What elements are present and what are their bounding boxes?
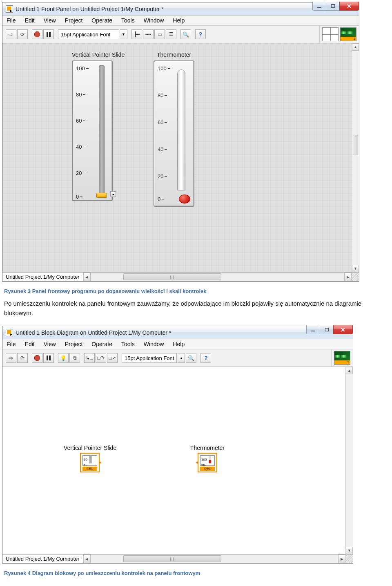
horizontal-scrollbar[interactable]: ||| <box>91 555 338 563</box>
abort-button[interactable] <box>32 29 42 39</box>
slide-tick: 20 <box>76 170 85 176</box>
menu-help[interactable]: Help <box>173 341 185 347</box>
thermo-tick: 40 <box>158 146 167 152</box>
thermometer-indicator[interactable]: Thermometer 100 80 60 40 20 0 <box>154 51 194 207</box>
maximize-button[interactable] <box>326 2 340 11</box>
scroll-thumb[interactable] <box>353 135 358 155</box>
help-button[interactable]: ? <box>200 353 211 363</box>
menu-view[interactable]: View <box>44 17 56 24</box>
figure3-caption: Rysunek 3 Panel frontowy programu po dop… <box>4 288 388 294</box>
menu-project[interactable]: Project <box>65 17 83 24</box>
menu-operate[interactable]: Operate <box>91 17 112 24</box>
menu-window[interactable]: Window <box>144 17 164 24</box>
connector-pane[interactable] <box>322 27 339 41</box>
menu-operate[interactable]: Operate <box>91 341 112 347</box>
font-selector[interactable]: 15pt Application Font <box>122 353 177 363</box>
retain-wire-values-button[interactable]: ⧉ <box>69 353 80 363</box>
step-out-button[interactable]: □↗ <box>107 353 118 363</box>
window-title: Untitled 1 Front Panel on Untitled Proje… <box>16 6 164 12</box>
highlight-execution-button[interactable]: 💡 <box>58 353 69 363</box>
input-terminal-icon[interactable] <box>195 461 198 464</box>
scroll-down-button[interactable]: ▼ <box>352 265 359 272</box>
menu-project[interactable]: Project <box>65 341 83 347</box>
resize-grip[interactable] <box>352 273 359 281</box>
menu-file[interactable]: File <box>7 17 16 24</box>
front-panel-window: Untitled 1 Front Panel on Untitled Proje… <box>2 2 359 282</box>
hscroll-thumb[interactable]: ||| <box>123 555 221 562</box>
maximize-button[interactable] <box>320 325 334 334</box>
slide-track[interactable] <box>99 65 105 196</box>
hscroll-right-button[interactable]: ▶ <box>344 273 352 281</box>
vertical-pointer-slide-control[interactable]: Vertical Pointer Slide 100 80 60 40 20 0… <box>72 51 125 201</box>
vi-icon[interactable]: 1 <box>340 27 356 41</box>
thermo-tick: 60 <box>158 119 167 125</box>
vertical-scrollbar[interactable]: ▲ ▼ <box>352 43 359 272</box>
close-button[interactable]: ✕ <box>333 325 353 334</box>
reorder-button[interactable]: ☰ <box>166 29 176 39</box>
close-button[interactable]: ✕ <box>339 2 359 11</box>
resize-grip[interactable] <box>345 555 353 563</box>
run-button[interactable]: ⇨ <box>6 29 16 39</box>
search-button[interactable]: 🔍 <box>180 29 191 39</box>
thermo-node-label: Thermometer <box>190 445 225 451</box>
help-button[interactable]: ? <box>195 29 206 39</box>
menu-edit[interactable]: Edit <box>25 17 35 24</box>
titlebar[interactable]: Untitled 1 Front Panel on Untitled Proje… <box>2 2 359 16</box>
slide-control-terminal[interactable]: 10- 5- DBL <box>80 453 100 472</box>
hscroll-left-button[interactable]: ◀ <box>83 273 91 281</box>
menu-tools[interactable]: Tools <box>121 17 135 24</box>
menu-window[interactable]: Window <box>144 341 164 347</box>
toolbar: ⇨ ⟳ 💡 ⧉ ↳□ □↷ □↗ 15pt Application Font ◂… <box>2 349 331 367</box>
font-selector[interactable]: 15pt Application Font <box>58 29 119 39</box>
align-button[interactable]: ┣╍ <box>131 29 142 39</box>
vi-corner: 1 <box>331 349 353 367</box>
hscroll-left-button[interactable]: ◀ <box>83 555 91 563</box>
slide-thumb[interactable] <box>96 193 107 198</box>
statusbar: Untitled Project 1/My Computer ◀ ||| ▶ <box>2 554 353 563</box>
paragraph-text: Po umieszczeniu kontrolek na panelu fron… <box>4 299 388 318</box>
thermo-indicator-terminal[interactable]: 100- 50- DBL <box>198 453 217 472</box>
scroll-down-button[interactable]: ▼ <box>346 547 353 554</box>
minimize-button[interactable] <box>312 2 326 11</box>
figure4-caption: Rysunek 4 Diagram blokowy po umieszczeni… <box>4 570 388 576</box>
vertical-scrollbar[interactable]: ▲ ▼ <box>345 367 353 554</box>
minimize-button[interactable] <box>306 325 320 334</box>
menu-help[interactable]: Help <box>173 17 185 24</box>
menu-edit[interactable]: Edit <box>25 341 35 347</box>
pause-button[interactable] <box>43 29 54 39</box>
menu-file[interactable]: File <box>7 341 16 347</box>
front-panel-canvas[interactable]: Vertical Pointer Slide 100 80 60 40 20 0… <box>2 43 359 272</box>
menu-tools[interactable]: Tools <box>121 341 135 347</box>
run-continuously-button[interactable]: ⟳ <box>17 353 28 363</box>
menu-view[interactable]: View <box>44 341 56 347</box>
labview-app-icon <box>6 5 13 13</box>
scroll-up-button[interactable]: ▲ <box>352 43 359 51</box>
status-path: Untitled Project 1/My Computer <box>2 555 83 563</box>
run-button[interactable]: ⇨ <box>6 353 16 363</box>
output-terminal-icon[interactable] <box>99 461 102 464</box>
search-button[interactable]: 🔍 <box>186 353 196 363</box>
statusbar: Untitled Project 1/My Computer ◀ ||| ▶ <box>2 272 359 281</box>
abort-button[interactable] <box>32 353 42 363</box>
step-into-button[interactable]: ↳□ <box>84 353 95 363</box>
step-over-button[interactable]: □↷ <box>96 353 106 363</box>
vi-icon[interactable]: 1 <box>334 351 350 365</box>
vi-corner: 1 <box>319 26 359 43</box>
resize-button[interactable]: ▭ <box>154 29 165 39</box>
pause-button[interactable] <box>43 353 54 363</box>
titlebar[interactable]: Untitled 1 Block Diagram on Untitled Pro… <box>2 326 353 339</box>
toolbar: ⇨ ⟳ 15pt Application Font ▼ ┣╍ ╍╍ ▭ ☰ 🔍 … <box>2 26 319 43</box>
horizontal-scrollbar[interactable]: ||| <box>91 273 344 281</box>
thermo-tick: 20 <box>158 173 167 179</box>
block-diagram-window: Untitled 1 Block Diagram on Untitled Pro… <box>2 326 353 564</box>
hscroll-thumb[interactable]: ||| <box>123 273 221 280</box>
block-diagram-canvas[interactable]: Vertical Pointer Slide 10- 5- DBL Thermo… <box>2 367 353 554</box>
font-dropdown[interactable]: ▼ <box>120 29 127 39</box>
hscroll-right-button[interactable]: ▶ <box>338 555 345 563</box>
slide-tick: 0 <box>76 194 82 200</box>
distribute-button[interactable]: ╍╍ <box>143 29 154 39</box>
slide-increment-button[interactable]: ◂ <box>110 191 116 197</box>
scroll-up-button[interactable]: ▲ <box>346 367 353 374</box>
font-dropdown[interactable]: ◂ <box>178 353 185 363</box>
run-continuously-button[interactable]: ⟳ <box>17 29 28 39</box>
